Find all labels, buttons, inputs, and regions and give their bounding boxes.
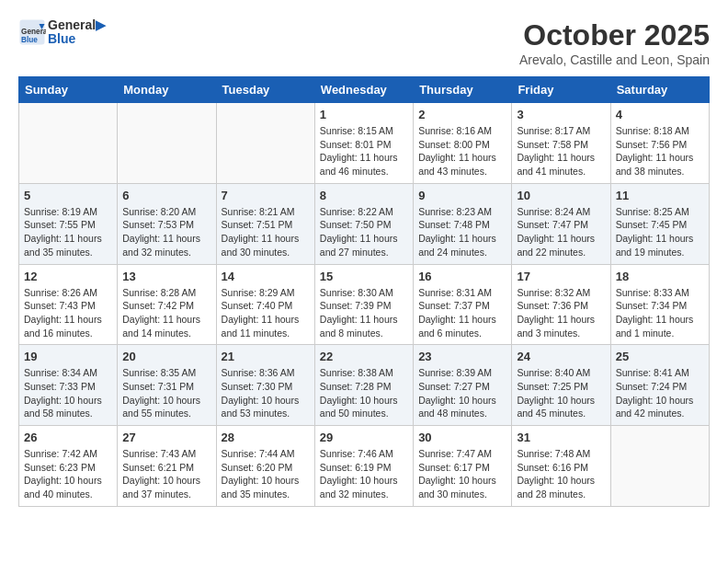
logo-blue: Blue (48, 32, 106, 46)
day-number: 1 (320, 108, 408, 121)
logo: General Blue General▶ Blue (18, 18, 106, 47)
calendar-subtitle: Arevalo, Castille and Leon, Spain (519, 52, 710, 67)
day-number: 15 (320, 270, 408, 283)
day-number: 22 (320, 350, 408, 363)
day-number: 25 (616, 350, 704, 363)
day-info: Sunrise: 8:35 AM Sunset: 7:31 PM Dayligh… (122, 366, 210, 420)
calendar-cell: 8Sunrise: 8:22 AM Sunset: 7:50 PM Daylig… (314, 183, 413, 264)
calendar-cell: 5Sunrise: 8:19 AM Sunset: 7:55 PM Daylig… (19, 183, 118, 264)
day-info: Sunrise: 8:28 AM Sunset: 7:42 PM Dayligh… (122, 286, 210, 340)
logo-general: General (48, 17, 96, 32)
day-info: Sunrise: 8:22 AM Sunset: 7:50 PM Dayligh… (320, 205, 408, 259)
day-number: 24 (517, 350, 605, 363)
calendar-cell: 15Sunrise: 8:30 AM Sunset: 7:39 PM Dayli… (314, 264, 413, 345)
day-info: Sunrise: 8:39 AM Sunset: 7:27 PM Dayligh… (418, 366, 506, 420)
calendar-cell: 12Sunrise: 8:26 AM Sunset: 7:43 PM Dayli… (19, 264, 118, 345)
calendar-cell: 23Sunrise: 8:39 AM Sunset: 7:27 PM Dayli… (414, 345, 512, 426)
calendar-cell: 24Sunrise: 8:40 AM Sunset: 7:25 PM Dayli… (512, 345, 610, 426)
day-number: 9 (418, 189, 506, 202)
day-info: Sunrise: 8:38 AM Sunset: 7:28 PM Dayligh… (320, 366, 408, 420)
weekday-header-saturday: Saturday (610, 77, 709, 103)
calendar-title: October 2025 (519, 18, 710, 52)
calendar-cell (118, 103, 216, 184)
day-number: 27 (122, 431, 210, 444)
day-info: Sunrise: 7:42 AM Sunset: 6:23 PM Dayligh… (24, 447, 112, 501)
day-number: 23 (418, 350, 506, 363)
day-info: Sunrise: 8:20 AM Sunset: 7:53 PM Dayligh… (122, 205, 210, 259)
calendar-cell: 19Sunrise: 8:34 AM Sunset: 7:33 PM Dayli… (19, 345, 118, 426)
day-info: Sunrise: 8:23 AM Sunset: 7:48 PM Dayligh… (418, 205, 506, 259)
calendar-cell: 1Sunrise: 8:15 AM Sunset: 8:01 PM Daylig… (314, 103, 413, 184)
day-number: 31 (517, 431, 605, 444)
day-info: Sunrise: 7:48 AM Sunset: 6:16 PM Dayligh… (517, 447, 605, 501)
logo-flag: ▶ (96, 17, 106, 32)
calendar-cell (216, 103, 314, 184)
calendar-cell: 7Sunrise: 8:21 AM Sunset: 7:51 PM Daylig… (216, 183, 314, 264)
day-info: Sunrise: 8:29 AM Sunset: 7:40 PM Dayligh… (222, 286, 310, 340)
day-number: 18 (616, 270, 704, 283)
day-info: Sunrise: 7:43 AM Sunset: 6:21 PM Dayligh… (122, 447, 210, 501)
calendar-cell: 18Sunrise: 8:33 AM Sunset: 7:34 PM Dayli… (610, 264, 709, 345)
day-number: 14 (222, 270, 310, 283)
day-number: 28 (222, 431, 310, 444)
calendar-cell: 11Sunrise: 8:25 AM Sunset: 7:45 PM Dayli… (610, 183, 709, 264)
calendar-cell: 3Sunrise: 8:17 AM Sunset: 7:58 PM Daylig… (512, 103, 610, 184)
day-number: 17 (517, 270, 605, 283)
day-number: 12 (24, 270, 112, 283)
calendar-cell: 27Sunrise: 7:43 AM Sunset: 6:21 PM Dayli… (118, 426, 216, 507)
day-info: Sunrise: 8:40 AM Sunset: 7:25 PM Dayligh… (517, 366, 605, 420)
calendar-cell: 17Sunrise: 8:32 AM Sunset: 7:36 PM Dayli… (512, 264, 610, 345)
day-number: 30 (418, 431, 506, 444)
day-info: Sunrise: 8:26 AM Sunset: 7:43 PM Dayligh… (24, 286, 112, 340)
day-number: 19 (24, 350, 112, 363)
calendar-cell: 13Sunrise: 8:28 AM Sunset: 7:42 PM Dayli… (118, 264, 216, 345)
day-number: 13 (122, 270, 210, 283)
calendar-cell: 16Sunrise: 8:31 AM Sunset: 7:37 PM Dayli… (414, 264, 512, 345)
day-info: Sunrise: 8:36 AM Sunset: 7:30 PM Dayligh… (222, 366, 310, 420)
weekday-header-wednesday: Wednesday (314, 77, 413, 103)
calendar-cell (610, 426, 709, 507)
calendar-cell: 9Sunrise: 8:23 AM Sunset: 7:48 PM Daylig… (414, 183, 512, 264)
day-info: Sunrise: 8:25 AM Sunset: 7:45 PM Dayligh… (616, 205, 704, 259)
day-info: Sunrise: 7:44 AM Sunset: 6:20 PM Dayligh… (222, 447, 310, 501)
weekday-header-friday: Friday (512, 77, 610, 103)
calendar-cell: 2Sunrise: 8:16 AM Sunset: 8:00 PM Daylig… (414, 103, 512, 184)
day-info: Sunrise: 8:21 AM Sunset: 7:51 PM Dayligh… (222, 205, 310, 259)
day-number: 21 (222, 350, 310, 363)
calendar-cell: 30Sunrise: 7:47 AM Sunset: 6:17 PM Dayli… (414, 426, 512, 507)
calendar-cell: 14Sunrise: 8:29 AM Sunset: 7:40 PM Dayli… (216, 264, 314, 345)
day-number: 8 (320, 189, 408, 202)
calendar-cell: 10Sunrise: 8:24 AM Sunset: 7:47 PM Dayli… (512, 183, 610, 264)
calendar-cell: 26Sunrise: 7:42 AM Sunset: 6:23 PM Dayli… (19, 426, 118, 507)
day-info: Sunrise: 7:46 AM Sunset: 6:19 PM Dayligh… (320, 447, 408, 501)
calendar-cell: 22Sunrise: 8:38 AM Sunset: 7:28 PM Dayli… (314, 345, 413, 426)
day-number: 11 (616, 189, 704, 202)
logo-icon: General Blue (18, 18, 46, 46)
day-info: Sunrise: 8:31 AM Sunset: 7:37 PM Dayligh… (418, 286, 506, 340)
header: General Blue General▶ Blue October 2025 … (18, 18, 710, 67)
calendar-week-row: 19Sunrise: 8:34 AM Sunset: 7:33 PM Dayli… (19, 345, 710, 426)
day-number: 2 (418, 108, 506, 121)
calendar-cell: 31Sunrise: 7:48 AM Sunset: 6:16 PM Dayli… (512, 426, 610, 507)
day-number: 26 (24, 431, 112, 444)
weekday-header-thursday: Thursday (414, 77, 512, 103)
calendar-week-row: 1Sunrise: 8:15 AM Sunset: 8:01 PM Daylig… (19, 103, 710, 184)
day-info: Sunrise: 8:30 AM Sunset: 7:39 PM Dayligh… (320, 286, 408, 340)
calendar-cell: 28Sunrise: 7:44 AM Sunset: 6:20 PM Dayli… (216, 426, 314, 507)
weekday-header-sunday: Sunday (19, 77, 118, 103)
weekday-header-monday: Monday (118, 77, 216, 103)
day-info: Sunrise: 8:34 AM Sunset: 7:33 PM Dayligh… (24, 366, 112, 420)
day-number: 7 (222, 189, 310, 202)
title-block: October 2025 Arevalo, Castille and Leon,… (519, 18, 710, 67)
calendar-week-row: 26Sunrise: 7:42 AM Sunset: 6:23 PM Dayli… (19, 426, 710, 507)
calendar-cell: 6Sunrise: 8:20 AM Sunset: 7:53 PM Daylig… (118, 183, 216, 264)
calendar-cell: 4Sunrise: 8:18 AM Sunset: 7:56 PM Daylig… (610, 103, 709, 184)
day-info: Sunrise: 8:24 AM Sunset: 7:47 PM Dayligh… (517, 205, 605, 259)
day-number: 16 (418, 270, 506, 283)
calendar-cell: 20Sunrise: 8:35 AM Sunset: 7:31 PM Dayli… (118, 345, 216, 426)
calendar-week-row: 12Sunrise: 8:26 AM Sunset: 7:43 PM Dayli… (19, 264, 710, 345)
day-number: 20 (122, 350, 210, 363)
page: General Blue General▶ Blue October 2025 … (0, 0, 728, 516)
day-number: 10 (517, 189, 605, 202)
weekday-header-row: SundayMondayTuesdayWednesdayThursdayFrid… (19, 77, 710, 103)
